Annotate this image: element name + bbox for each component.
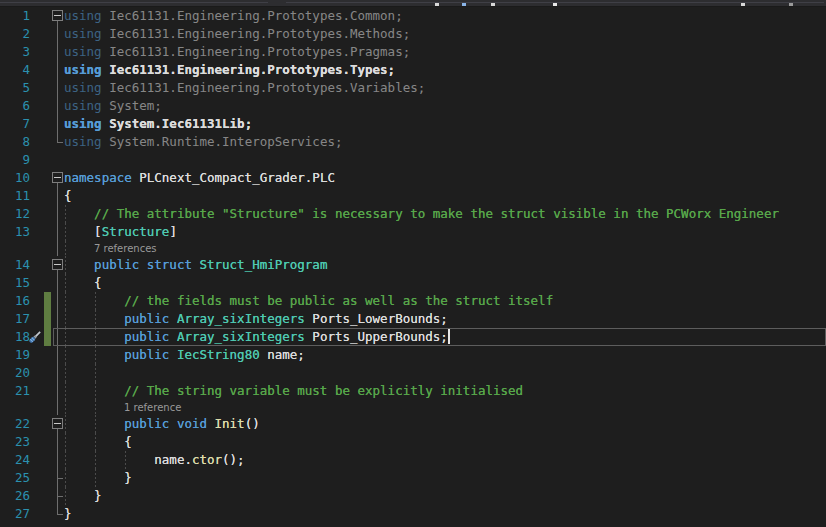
- code-text[interactable]: using Iec61131.Engineering.Prototypes.Co…: [64, 7, 403, 25]
- code-text[interactable]: public IecString80 name;: [64, 346, 305, 364]
- line-number[interactable]: 26: [0, 487, 30, 505]
- code-token: public: [124, 416, 169, 431]
- code-text[interactable]: public Array_sixIntegers Ports_UpperBoun…: [64, 328, 450, 346]
- fold-outline-end-tick: [57, 142, 63, 143]
- toolbar-fragment: [491, 3, 495, 6]
- fold-outline-line: [57, 25, 58, 43]
- code-line: 14 public struct Struct_HmiProgram: [0, 256, 826, 274]
- indent-guide: [65, 364, 66, 382]
- code-text[interactable]: // the fields must be public as well as …: [64, 292, 553, 310]
- code-text[interactable]: }: [64, 469, 132, 487]
- code-text[interactable]: using System.Runtime.InteropServices;: [64, 133, 342, 151]
- code-token: using: [64, 116, 102, 131]
- code-token: using: [64, 44, 102, 59]
- line-number[interactable]: 2: [0, 25, 30, 43]
- code-token: }: [64, 506, 72, 521]
- code-text[interactable]: public struct Struct_HmiProgram: [64, 256, 327, 274]
- line-number[interactable]: 7: [0, 115, 30, 133]
- code-line: 4using Iec61131.Engineering.Prototypes.T…: [0, 61, 826, 79]
- line-number[interactable]: 22: [0, 415, 30, 433]
- fold-outline-end-tick: [57, 514, 63, 515]
- line-number[interactable]: 20: [0, 364, 30, 382]
- code-text[interactable]: public Array_sixIntegers Ports_LowerBoun…: [64, 310, 448, 328]
- line-number[interactable]: 5: [0, 79, 30, 97]
- code-text[interactable]: namespace PLCnext_Compact_Grader.PLC: [64, 169, 335, 187]
- line-number[interactable]: 21: [0, 382, 30, 400]
- codelens-link[interactable]: 7 references: [94, 242, 157, 256]
- code-line: 26 }: [0, 487, 826, 505]
- code-token: public: [124, 329, 169, 344]
- code-token: using: [64, 26, 102, 41]
- line-number[interactable]: 10: [0, 169, 30, 187]
- line-number[interactable]: 14: [0, 256, 30, 274]
- code-token: System;: [102, 98, 162, 113]
- code-token: PLCnext_Compact_Grader.PLC: [132, 170, 335, 185]
- fold-outline-line: [57, 97, 58, 115]
- line-number[interactable]: 1: [0, 7, 30, 25]
- code-token: Init: [215, 416, 245, 431]
- code-line: 1using Iec61131.Engineering.Prototypes.C…: [0, 7, 826, 25]
- line-number[interactable]: 15: [0, 274, 30, 292]
- fold-collapse-button[interactable]: [52, 172, 63, 183]
- code-line: 13 [Structure]: [0, 223, 826, 241]
- code-text[interactable]: {: [64, 187, 72, 205]
- line-number[interactable]: 8: [0, 133, 30, 151]
- fold-collapse-button[interactable]: [52, 259, 63, 270]
- fold-collapse-button[interactable]: [52, 10, 63, 21]
- code-line: 2using Iec61131.Engineering.Prototypes.M…: [0, 25, 826, 43]
- line-number[interactable]: 16: [0, 292, 30, 310]
- code-text[interactable]: using System.Iec61131Lib;: [64, 115, 252, 133]
- code-text[interactable]: }: [64, 505, 72, 523]
- change-tracking-bar: [44, 310, 51, 328]
- code-text[interactable]: {: [64, 274, 102, 292]
- fold-outline-line: [57, 241, 58, 256]
- line-number[interactable]: 25: [0, 469, 30, 487]
- code-token: Iec61131.Engineering.Prototypes.Pragmas;: [102, 44, 411, 59]
- fold-outline-line: [57, 223, 58, 241]
- line-number[interactable]: 27: [0, 505, 30, 523]
- code-text[interactable]: using Iec61131.Engineering.Prototypes.Va…: [64, 79, 425, 97]
- fold-collapse-button[interactable]: [52, 418, 63, 429]
- line-number[interactable]: 23: [0, 433, 30, 451]
- code-text[interactable]: }: [64, 487, 102, 505]
- line-number[interactable]: 17: [0, 310, 30, 328]
- code-token: // The attribute "Structure" is necessar…: [64, 206, 779, 221]
- line-number[interactable]: 4: [0, 61, 30, 79]
- code-token: ]: [169, 224, 177, 239]
- code-token: name;: [260, 347, 305, 362]
- code-line: 19 public IecString80 name;: [0, 346, 826, 364]
- code-text[interactable]: using Iec61131.Engineering.Prototypes.Ty…: [64, 61, 395, 79]
- code-text[interactable]: // The attribute "Structure" is necessar…: [64, 205, 779, 223]
- code-token: // The string variable must be explicitl…: [64, 383, 523, 398]
- code-text[interactable]: {: [64, 433, 132, 451]
- line-number[interactable]: 6: [0, 97, 30, 115]
- code-token: public: [94, 257, 139, 272]
- code-token: [64, 257, 94, 272]
- editor-rows: 1using Iec61131.Engineering.Prototypes.C…: [0, 7, 826, 527]
- code-text[interactable]: name.ctor();: [64, 451, 245, 469]
- line-number[interactable]: 3: [0, 43, 30, 61]
- code-text[interactable]: // The string variable must be explicitl…: [64, 382, 523, 400]
- code-text[interactable]: [Structure]: [64, 223, 177, 241]
- line-number[interactable]: 28: [0, 523, 30, 527]
- line-number[interactable]: 24: [0, 451, 30, 469]
- codelens-link[interactable]: 1 reference: [124, 401, 181, 415]
- code-text[interactable]: using Iec61131.Engineering.Prototypes.Pr…: [64, 43, 410, 61]
- code-token: using: [64, 80, 102, 95]
- code-token: Iec61131.Engineering.Prototypes.Types;: [102, 62, 396, 77]
- code-line: 21 // The string variable must be explic…: [0, 382, 826, 400]
- code-line: 6using System;: [0, 97, 826, 115]
- line-number[interactable]: 12: [0, 205, 30, 223]
- code-token: }: [64, 488, 102, 503]
- line-number[interactable]: 11: [0, 187, 30, 205]
- code-text[interactable]: using Iec61131.Engineering.Prototypes.Me…: [64, 25, 410, 43]
- line-number[interactable]: 18: [0, 328, 30, 346]
- line-number[interactable]: 13: [0, 223, 30, 241]
- code-text[interactable]: public void Init(): [64, 415, 260, 433]
- line-number[interactable]: 9: [0, 151, 30, 169]
- code-token: Iec61131.Engineering.Prototypes.Methods;: [102, 26, 411, 41]
- line-number[interactable]: 19: [0, 346, 30, 364]
- code-token: void: [177, 416, 207, 431]
- toolbar-fragment: [789, 3, 793, 6]
- code-text[interactable]: using System;: [64, 97, 162, 115]
